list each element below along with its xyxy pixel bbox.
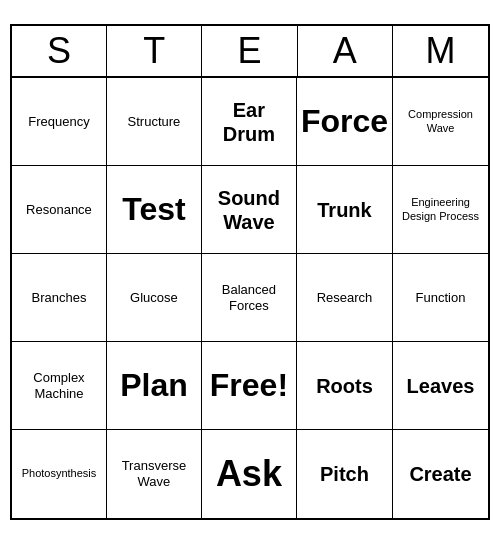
header-row: S T E A M [12, 26, 488, 78]
table-row: Branches [12, 254, 107, 342]
header-a: A [298, 26, 393, 76]
table-row: Force [297, 78, 393, 166]
table-row: Create [393, 430, 488, 518]
table-row: Ask [202, 430, 297, 518]
table-row: Transverse Wave [107, 430, 202, 518]
table-row: Structure [107, 78, 202, 166]
table-row: Leaves [393, 342, 488, 430]
table-row: Trunk [297, 166, 393, 254]
table-row: Compression Wave [393, 78, 488, 166]
table-row: Free! [202, 342, 297, 430]
table-row: Complex Machine [12, 342, 107, 430]
table-row: Research [297, 254, 393, 342]
header-s: S [12, 26, 107, 76]
header-e: E [202, 26, 297, 76]
table-row: Sound Wave [202, 166, 297, 254]
bingo-grid: FrequencyStructureEar DrumForceCompressi… [12, 78, 488, 518]
table-row: Glucose [107, 254, 202, 342]
table-row: Ear Drum [202, 78, 297, 166]
table-row: Roots [297, 342, 393, 430]
table-row: Plan [107, 342, 202, 430]
table-row: Resonance [12, 166, 107, 254]
table-row: Engineering Design Process [393, 166, 488, 254]
bingo-card: S T E A M FrequencyStructureEar DrumForc… [10, 24, 490, 520]
table-row: Function [393, 254, 488, 342]
table-row: Pitch [297, 430, 393, 518]
table-row: Balanced Forces [202, 254, 297, 342]
header-t: T [107, 26, 202, 76]
table-row: Photosynthesis [12, 430, 107, 518]
table-row: Frequency [12, 78, 107, 166]
table-row: Test [107, 166, 202, 254]
header-m: M [393, 26, 488, 76]
